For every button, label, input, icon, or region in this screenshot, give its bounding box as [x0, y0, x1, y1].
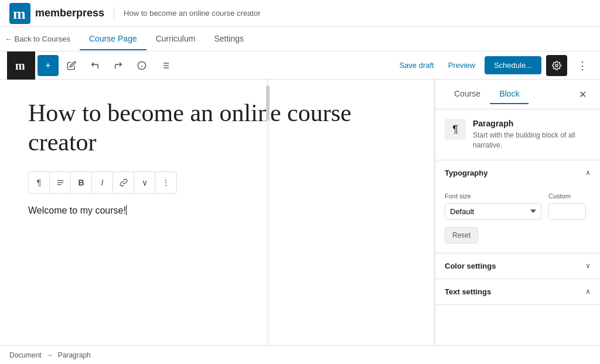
editor-toolbar: m + [0, 51, 600, 80]
paragraph-tool-button[interactable]: ¶ [29, 172, 50, 193]
status-document-label[interactable]: Document [9, 351, 42, 359]
pencil-button[interactable] [61, 55, 82, 76]
font-size-col: Font size Default Small Normal Medium La… [445, 193, 541, 220]
undo-icon [90, 61, 100, 70]
italic-tool-button[interactable]: I [92, 172, 113, 193]
typography-section-header[interactable]: Typography ∧ [435, 160, 600, 186]
font-size-row: Font size Default Small Normal Medium La… [445, 193, 591, 220]
typography-title: Typography [445, 169, 488, 177]
status-bar: Document → Paragraph [0, 345, 600, 364]
info-icon [137, 61, 146, 70]
save-draft-button[interactable]: Save draft [394, 57, 438, 73]
reset-button[interactable]: Reset [445, 227, 478, 243]
nav-tabs: ← Back to Courses Course Page Curriculum… [0, 27, 600, 51]
custom-font-size-input[interactable] [548, 203, 586, 220]
status-arrow-icon: → [46, 351, 53, 359]
block-type-icon: ¶ [445, 119, 466, 140]
link-tool-button[interactable] [113, 172, 134, 193]
typography-section: Typography ∧ Font size Default Small Nor… [435, 160, 600, 253]
color-settings-title: Color settings [445, 262, 496, 270]
settings-button[interactable] [546, 55, 567, 76]
typography-content: Font size Default Small Normal Medium La… [435, 186, 600, 253]
svg-text:m: m [13, 5, 26, 22]
block-description: Start with the building block of all nar… [473, 131, 591, 150]
undo-button[interactable] [84, 55, 105, 76]
redo-icon [114, 61, 123, 70]
bold-tool-button[interactable]: B [71, 172, 92, 193]
wp-logo-icon: m [14, 59, 28, 73]
block-name: Paragraph [473, 119, 591, 128]
editor-scrollbar[interactable] [266, 80, 270, 345]
sidebar-tabs: Course Block [445, 84, 529, 104]
editor-container: How to become an online course creator ¶… [0, 80, 435, 345]
more-icon: ⋮ [577, 59, 588, 72]
pencil-icon [67, 61, 76, 70]
paragraph-content[interactable]: Welcome to my course! [28, 203, 422, 218]
schedule-button[interactable]: Schedule... [485, 56, 541, 74]
block-options-button[interactable]: ⋮ [155, 172, 176, 193]
course-title: How to become an online course creator [28, 98, 422, 157]
logo-area: m memberpress [9, 3, 104, 24]
top-bar: m memberpress How to become an online co… [0, 0, 600, 27]
add-block-button[interactable]: + [38, 55, 59, 76]
text-settings-header[interactable]: Text settings ∧ [435, 279, 600, 304]
page-title-top: How to become an online course creator [124, 9, 260, 18]
color-settings-chevron-icon: ∨ [585, 262, 591, 270]
tab-settings[interactable]: Settings [204, 28, 253, 50]
text-cursor [126, 205, 127, 215]
editor-scrollbar-thumb [266, 85, 270, 121]
align-icon [56, 178, 64, 187]
wp-logo-button[interactable]: m [7, 51, 35, 80]
text-settings-section: Text settings ∧ [435, 279, 600, 305]
sidebar-tab-course[interactable]: Course [445, 84, 490, 104]
block-toolbar: ¶ B I ∨ ⋮ [28, 171, 177, 194]
preview-button[interactable]: Preview [444, 57, 480, 73]
text-settings-chevron-icon: ∧ [585, 287, 591, 296]
brand-name: memberpress [35, 7, 104, 19]
svg-text:m: m [15, 59, 25, 72]
sidebar-close-button[interactable]: ✕ [574, 86, 591, 102]
mp-logo-icon: m [9, 3, 30, 24]
tab-curriculum[interactable]: Curriculum [146, 28, 205, 50]
custom-label: Custom [548, 193, 591, 200]
back-to-courses-link[interactable]: ← Back to Courses [5, 35, 70, 43]
text-settings-title: Text settings [445, 287, 491, 296]
main-layout: How to become an online course creator ¶… [0, 80, 600, 345]
sidebar: Course Block ✕ ¶ Paragraph Start with th… [435, 80, 600, 345]
svg-point-12 [555, 64, 558, 67]
top-bar-divider [114, 6, 114, 20]
status-block-label[interactable]: Paragraph [58, 351, 91, 359]
more-options-button[interactable]: ⋮ [572, 55, 593, 76]
color-settings-section: Color settings ∨ [435, 253, 600, 279]
color-settings-header[interactable]: Color settings ∨ [435, 253, 600, 279]
paragraph-text-span: Welcome to my course! [28, 205, 126, 215]
info-button[interactable] [131, 55, 152, 76]
list-view-button[interactable] [155, 55, 176, 76]
list-icon [161, 61, 170, 70]
typography-chevron-icon: ∧ [585, 169, 591, 177]
toolbar-left: m + [7, 51, 176, 80]
font-size-select[interactable]: Default Small Normal Medium Large Extra … [445, 203, 541, 220]
custom-font-size-col: Custom [548, 193, 591, 220]
sidebar-tab-block[interactable]: Block [490, 84, 529, 104]
more-block-tools-button[interactable]: ∨ [134, 172, 155, 193]
redo-button[interactable] [108, 55, 129, 76]
gear-icon [552, 61, 561, 70]
font-size-label: Font size [445, 193, 541, 200]
link-icon [120, 178, 128, 187]
align-tool-button[interactable] [50, 172, 71, 193]
block-info-text: Paragraph Start with the building block … [473, 119, 591, 150]
editor-area[interactable]: How to become an online course creator ¶… [0, 80, 435, 345]
sidebar-header: Course Block ✕ [435, 80, 600, 109]
tab-course-page[interactable]: Course Page [80, 28, 146, 50]
toolbar-right: Save draft Preview Schedule... ⋮ [394, 55, 593, 76]
block-info: ¶ Paragraph Start with the building bloc… [435, 109, 600, 160]
